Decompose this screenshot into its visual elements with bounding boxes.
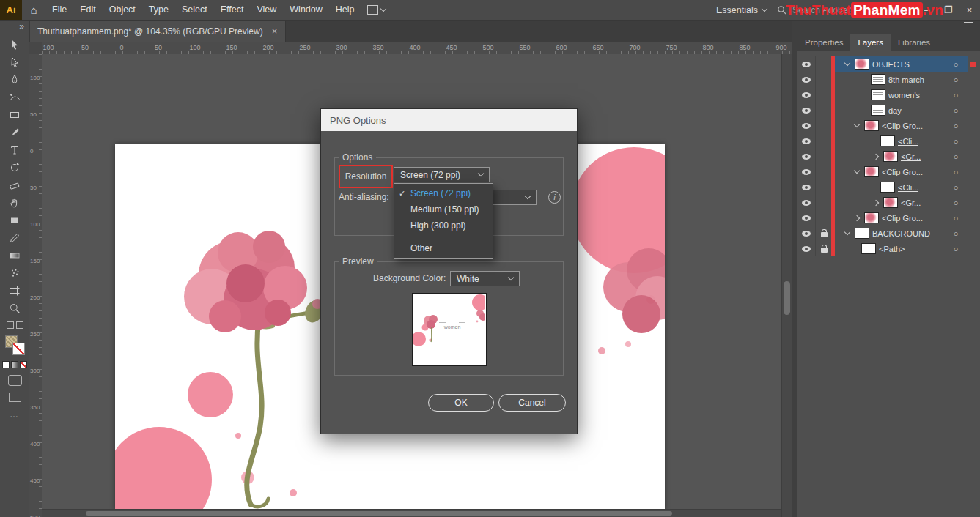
- hand-tool[interactable]: [5, 194, 24, 212]
- target-circle[interactable]: ○: [945, 91, 967, 100]
- target-circle[interactable]: ○: [945, 214, 967, 223]
- dropdown-option-other[interactable]: Other: [394, 240, 493, 256]
- menu-object[interactable]: Object: [103, 4, 142, 15]
- target-circle[interactable]: ○: [945, 229, 967, 238]
- layer-row[interactable]: <Clip Gro... ○: [797, 118, 980, 133]
- toolbar-extra-icons[interactable]: [7, 321, 23, 329]
- layer-row[interactable]: day ○: [797, 103, 980, 118]
- visibility-toggle[interactable]: [797, 226, 816, 241]
- target-circle[interactable]: ○: [945, 245, 967, 253]
- target-circle[interactable]: ○: [945, 137, 967, 146]
- vertical-ruler[interactable]: 10050050100150200250300350400450500: [29, 54, 43, 517]
- horizontal-ruler[interactable]: 1005005010015020025030035040045050055060…: [42, 42, 792, 55]
- edit-toolbar-icon[interactable]: …: [10, 409, 20, 420]
- selection-tool[interactable]: [5, 36, 24, 53]
- info-icon[interactable]: i: [548, 191, 561, 204]
- ruler-origin-corner[interactable]: [29, 42, 43, 55]
- target-circle[interactable]: ○: [945, 122, 967, 130]
- background-color-select[interactable]: White: [450, 271, 520, 286]
- vertical-scrollbar-thumb[interactable]: [784, 281, 790, 315]
- panel-tab-libraries[interactable]: Libraries: [891, 34, 937, 51]
- rectangle-tool[interactable]: [5, 106, 24, 124]
- lock-toggle[interactable]: [816, 87, 833, 103]
- type-tool[interactable]: [5, 141, 24, 159]
- visibility-toggle[interactable]: [797, 195, 816, 210]
- lock-toggle[interactable]: [816, 56, 833, 72]
- gradient-tool[interactable]: [5, 247, 24, 264]
- menu-select[interactable]: Select: [175, 4, 214, 15]
- visibility-toggle[interactable]: [797, 149, 816, 164]
- fill-stroke-control[interactable]: [5, 335, 25, 355]
- menu-view[interactable]: View: [250, 4, 283, 15]
- workspace-switcher[interactable]: Essentials: [706, 5, 777, 15]
- shape-tool[interactable]: [5, 212, 24, 229]
- pencil-tool[interactable]: [5, 229, 24, 247]
- pen-tool[interactable]: [5, 71, 24, 89]
- color-icon[interactable]: [2, 361, 10, 368]
- document-tab[interactable]: Thuthuatphanmem.png* @ 104.35% (RGB/GPU …: [29, 20, 286, 42]
- layer-row[interactable]: <Gr... ○: [797, 149, 980, 164]
- ok-button[interactable]: OK: [428, 394, 494, 412]
- dropdown-option-screen-72-ppi[interactable]: ✓Screen (72 ppi): [394, 185, 493, 201]
- dialog-title[interactable]: PNG Options: [321, 109, 577, 131]
- visibility-toggle[interactable]: [797, 56, 816, 72]
- target-circle[interactable]: ○: [945, 75, 967, 84]
- target-circle[interactable]: ○: [945, 106, 967, 115]
- visibility-toggle[interactable]: [797, 241, 816, 256]
- target-circle[interactable]: ○: [945, 183, 967, 192]
- symbol-sprayer-tool[interactable]: [5, 264, 24, 282]
- visibility-toggle[interactable]: [797, 164, 816, 179]
- lock-toggle[interactable]: [816, 149, 833, 164]
- layer-row[interactable]: women's ○: [797, 87, 980, 103]
- menu-edit[interactable]: Edit: [73, 4, 103, 15]
- target-circle[interactable]: ○: [945, 60, 967, 69]
- visibility-toggle[interactable]: [797, 210, 816, 226]
- target-circle[interactable]: ○: [945, 198, 967, 207]
- rotate-tool[interactable]: [5, 159, 24, 176]
- none-icon[interactable]: [20, 361, 27, 368]
- dropdown-option-high-300-ppi[interactable]: High (300 ppi): [394, 217, 493, 234]
- cancel-button[interactable]: Cancel: [498, 394, 566, 412]
- lock-toggle[interactable]: [816, 164, 833, 179]
- visibility-toggle[interactable]: [797, 72, 816, 87]
- expand-arrow[interactable]: [852, 216, 861, 220]
- close-button[interactable]: ×: [959, 0, 980, 20]
- layer-row[interactable]: <Clip Gro... ○: [797, 210, 980, 226]
- panel-tab-layers[interactable]: Layers: [850, 34, 891, 51]
- arrange-documents-button[interactable]: [361, 5, 391, 15]
- expand-tools-icon[interactable]: »: [19, 20, 29, 31]
- lock-toggle[interactable]: [816, 72, 833, 87]
- expand-arrow[interactable]: [852, 124, 861, 127]
- layer-row[interactable]: OBJECTS ○: [797, 56, 980, 72]
- layer-row[interactable]: <Gr... ○: [797, 195, 980, 210]
- visibility-toggle[interactable]: [797, 118, 816, 133]
- lock-toggle[interactable]: [816, 133, 833, 149]
- lock-toggle[interactable]: [816, 179, 833, 195]
- curvature-tool[interactable]: [5, 89, 24, 106]
- visibility-toggle[interactable]: [797, 133, 816, 149]
- menu-type[interactable]: Type: [142, 4, 175, 15]
- home-icon[interactable]: ⌂: [22, 4, 45, 16]
- menu-file[interactable]: File: [45, 4, 73, 15]
- direct-selection-tool[interactable]: [5, 53, 24, 71]
- vertical-scrollbar[interactable]: [781, 54, 792, 517]
- layer-row[interactable]: 8th march ○: [797, 72, 980, 87]
- screen-mode-icon[interactable]: [9, 393, 21, 402]
- expand-arrow[interactable]: [842, 232, 852, 234]
- horizontal-scrollbar[interactable]: [42, 509, 781, 517]
- panel-menu-icon[interactable]: [964, 20, 973, 26]
- menu-window[interactable]: Window: [283, 4, 328, 15]
- stroke-swatch[interactable]: [12, 343, 25, 355]
- zoom-tool[interactable]: [5, 300, 24, 317]
- expand-arrow[interactable]: [871, 201, 880, 205]
- drawing-mode-icon[interactable]: [8, 375, 22, 386]
- layer-row[interactable]: BACKGROUND ○: [797, 226, 980, 241]
- paintbrush-tool[interactable]: [5, 124, 24, 141]
- lock-toggle[interactable]: [816, 226, 833, 241]
- visibility-toggle[interactable]: [797, 87, 816, 103]
- lock-toggle[interactable]: [816, 103, 833, 118]
- eraser-tool[interactable]: [5, 176, 24, 194]
- artboard-tool[interactable]: [5, 282, 24, 300]
- resolution-select[interactable]: Screen (72 ppi): [394, 167, 490, 182]
- color-mode-buttons[interactable]: [2, 361, 27, 368]
